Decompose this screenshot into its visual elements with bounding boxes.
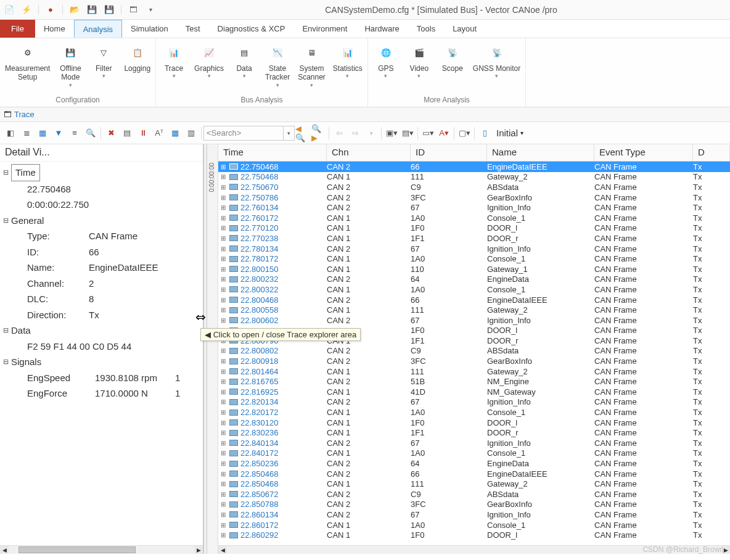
trace-tab-label[interactable]: Trace [14, 110, 35, 119]
scroll-thumb[interactable] [18, 546, 136, 553]
table-row[interactable]: ⊞22.816925CAN 141DNM_GatewayCAN FrameTx [218, 387, 730, 397]
qat-save-icon[interactable]: 💾 [86, 4, 97, 15]
tree-data-label[interactable]: Data [11, 323, 31, 339]
tree-signals-label[interactable]: Signals [11, 354, 41, 370]
qat-record-icon[interactable]: ● [45, 4, 56, 15]
col-id[interactable]: ID [411, 144, 487, 161]
ribbon-logging[interactable]: 📋Logging [120, 41, 154, 74]
ribbon-gnssmonitor[interactable]: 📡GNSS Monitor▾ [469, 41, 524, 80]
expand-icon[interactable]: ⊞ [218, 480, 228, 487]
table-row[interactable]: ⊞22.816765CAN 251BNM_EngineCAN FrameTx [218, 376, 730, 387]
table-row[interactable]: ⊞22.760172CAN 11A0Console_1CAN FrameTx [218, 213, 730, 223]
qat-more-icon[interactable]: ▾ [145, 4, 156, 15]
col-chn[interactable]: Chn [327, 144, 411, 161]
menu-home[interactable]: Home [35, 20, 74, 38]
menu-file[interactable]: File [0, 20, 35, 38]
tree-toggle-data[interactable]: ⊟ [1, 324, 10, 336]
qat-flash-icon[interactable]: ⚡ [21, 4, 32, 15]
tree-toggle-time[interactable]: ⊟ [1, 167, 10, 178]
tb-layout-2-icon[interactable]: ▤▾ [400, 126, 415, 141]
table-row[interactable]: ⊞22.800602CAN 267Ignition_InfoCAN FrameT… [218, 315, 730, 326]
expand-icon[interactable]: ⊞ [218, 398, 228, 405]
ribbon-filter[interactable]: ▽Filter▾ [87, 41, 120, 80]
table-row[interactable]: ⊞22.800558CAN 1111Gateway_2CAN FrameTx [218, 305, 730, 315]
table-row[interactable]: ⊞22.820172CAN 11A0Console_1CAN FrameTx [218, 407, 730, 418]
expand-icon[interactable]: ⊞ [218, 194, 228, 201]
tb-btn-5[interactable]: ≡ [67, 126, 82, 141]
tb-nav-drop[interactable]: ▾ [364, 126, 379, 141]
search-dropdown[interactable]: ▾ [284, 126, 295, 141]
expand-icon[interactable]: ⊞ [218, 215, 228, 221]
table-row[interactable]: ⊞22.780134CAN 267Ignition_InfoCAN FrameT… [218, 244, 730, 254]
tree-toggle-general[interactable]: ⊟ [1, 215, 10, 226]
expand-icon[interactable]: ⊞ [218, 501, 228, 508]
qat-window-icon[interactable]: 🗔 [128, 4, 139, 15]
tb-pause-icon[interactable]: ⏸ [136, 126, 150, 141]
expand-icon[interactable]: ⊞ [218, 224, 228, 231]
table-row[interactable]: ⊞22.750786CAN 23FCGearBoxInfoCAN FrameTx [218, 192, 730, 203]
tb-nav-fwd-icon[interactable]: ⇨ [348, 126, 363, 141]
table-row[interactable]: ⊞22.801464CAN 1111Gateway_2CAN FrameTx [218, 366, 730, 377]
table-row[interactable]: ⊞22.850236CAN 264EngineDataCAN FrameTx [218, 458, 730, 469]
scroll-right-icon[interactable]: ▶ [194, 546, 203, 554]
table-row[interactable]: ⊞22.780172CAN 11A0Console_1CAN FrameTx [218, 253, 730, 264]
menu-analysis[interactable]: Analysis [74, 20, 122, 38]
ribbon-scope[interactable]: 📡Scope [436, 41, 469, 74]
expand-icon[interactable]: ⊞ [218, 522, 228, 529]
expand-icon[interactable]: ⊞ [218, 419, 228, 426]
qat-new-icon[interactable]: 📄 [4, 4, 15, 15]
expand-icon[interactable]: ⊞ [218, 409, 228, 416]
expand-icon[interactable]: ⊞ [218, 163, 228, 170]
ribbon-graphics[interactable]: 📈Graphics▾ [191, 41, 228, 80]
tb-btn-9[interactable]: ▦ [168, 126, 182, 141]
ribbon-statetracker[interactable]: 📉StateTracker▾ [261, 41, 294, 89]
menu-tools[interactable]: Tools [408, 20, 444, 38]
tb-font-icon[interactable]: Aᵀ [152, 126, 166, 141]
table-row[interactable]: ⊞22.860292CAN 11F0DOOR_lCAN FrameTx [218, 530, 730, 540]
table-row[interactable]: ⊞22.830120CAN 11F0DOOR_lCAN FrameTx [218, 418, 730, 428]
expand-icon[interactable]: ⊞ [218, 276, 228, 282]
tb-layout-1-icon[interactable]: ▣▾ [384, 126, 399, 141]
expand-icon[interactable]: ⊞ [218, 173, 228, 180]
menu-environment[interactable]: Environment [293, 20, 356, 38]
tb-col-icon[interactable]: ▯ [477, 126, 492, 141]
table-row[interactable]: ⊞22.820134CAN 267Ignition_InfoCAN FrameT… [218, 397, 730, 408]
ribbon-data[interactable]: ▤Data▾ [228, 41, 261, 80]
tb-color-icon[interactable]: A▾ [437, 126, 451, 141]
expand-icon[interactable]: ⊞ [218, 532, 228, 538]
tb-btn-2[interactable]: ≣ [19, 126, 34, 141]
table-row[interactable]: ⊞22.860134CAN 267Ignition_InfoCAN FrameT… [218, 509, 730, 520]
expand-icon[interactable]: ⊞ [218, 450, 228, 456]
ribbon-video[interactable]: 🎬Video▾ [403, 41, 436, 80]
table-row[interactable]: ⊞22.850672CAN 2C9ABSdataCAN FrameTx [218, 489, 730, 500]
table-row[interactable]: ⊞22.850468CAN 266EngineDataIEEECAN Frame… [218, 469, 730, 479]
col-dir[interactable]: D [693, 144, 730, 161]
expand-icon[interactable]: ⊞ [218, 266, 228, 273]
tree-time-label[interactable]: Time [11, 164, 40, 181]
menu-simulation[interactable]: Simulation [122, 20, 177, 38]
expand-icon[interactable]: ⊞ [218, 317, 228, 324]
expand-icon[interactable]: ⊞ [218, 297, 228, 303]
table-row[interactable]: ⊞22.800322CAN 11A0Console_1CAN FrameTx [218, 284, 730, 295]
expand-icon[interactable]: ⊞ [218, 255, 228, 262]
tb-btn-1[interactable]: ◧ [3, 126, 18, 141]
tb-find-prev-icon[interactable]: ◀🔍 [295, 126, 310, 141]
table-row[interactable]: ⊞22.860172CAN 11A0Console_1CAN FrameTx [218, 520, 730, 530]
expand-icon[interactable]: ⊞ [218, 511, 228, 518]
expand-icon[interactable]: ⊞ [218, 235, 228, 242]
expand-icon[interactable]: ⊞ [218, 440, 228, 447]
menu-test[interactable]: Test [177, 20, 209, 38]
tb-btn-10[interactable]: ▥ [184, 126, 199, 141]
table-row[interactable]: ⊞22.770120CAN 11F0DOOR_lCAN FrameTx [218, 223, 730, 234]
table-row[interactable]: ⊞22.800232CAN 264EngineDataCAN FrameTx [218, 274, 730, 285]
col-time[interactable]: Time [218, 144, 327, 161]
table-row[interactable]: ⊞22.770238CAN 11F1DOOR_rCAN FrameTx [218, 233, 730, 244]
table-row[interactable]: ⊞22.850788CAN 23FCGearBoxInfoCAN FrameTx [218, 500, 730, 510]
tb-btn-16[interactable]: ▢▾ [457, 126, 472, 141]
table-row[interactable]: ⊞22.760134CAN 267Ignition_InfoCAN FrameT… [218, 202, 730, 213]
table-row[interactable]: ⊞22.750468CAN 1111Gateway_2CAN FrameTx [218, 172, 730, 183]
toggle-mode[interactable]: Initial▾ [493, 128, 527, 138]
col-event[interactable]: Event Type [594, 144, 693, 161]
tb-nav-back-icon[interactable]: ⇦ [332, 126, 347, 141]
expand-icon[interactable]: ⊞ [218, 204, 228, 211]
